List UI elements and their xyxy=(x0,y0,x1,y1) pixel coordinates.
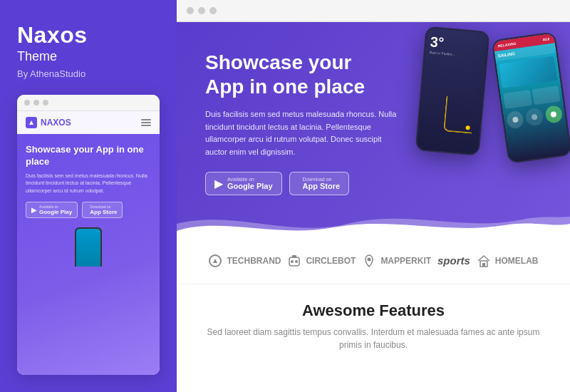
logo-homelab: HOMELAB xyxy=(477,254,539,268)
hero-wave xyxy=(177,202,570,238)
nav-icon-2 xyxy=(525,108,544,127)
app-store-button[interactable]: Download on App Store xyxy=(289,172,350,195)
sidebar: Naxos Theme By AthenaStudio NAXOS xyxy=(0,0,177,392)
google-play-icon: ▶ xyxy=(214,177,223,190)
svg-point-6 xyxy=(368,257,371,261)
mini-dot-3 xyxy=(43,100,48,105)
mini-google-play-button[interactable]: ▶ Available on Google Play xyxy=(26,202,78,218)
hero-description: Duis facilisis sem sed metus malesuada r… xyxy=(205,108,405,158)
mini-nav: NAXOS xyxy=(17,111,160,134)
hero-buttons: ▶ Available on Google Play Download on A… xyxy=(205,172,433,195)
logo-circlebot: CIRCLEBOT xyxy=(287,254,356,268)
mini-browser-preview: NAXOS Showcase your App in one place Dui… xyxy=(17,95,160,375)
nav-icon-1 xyxy=(506,110,524,130)
mini-hero-desc: Duis facilisis sem sed metus malesuada r… xyxy=(26,172,151,195)
google-play-button[interactable]: ▶ Available on Google Play xyxy=(205,172,282,195)
nav-icon-3 xyxy=(544,105,563,124)
mini-hero: Showcase your App in one place Duis faci… xyxy=(17,134,160,224)
mini-browser-bar xyxy=(17,95,160,111)
svg-point-5 xyxy=(295,260,298,263)
svg-rect-3 xyxy=(292,255,296,258)
hero-left: Showcase your App in one place Duis faci… xyxy=(205,51,433,195)
google-play-icon: ▶ xyxy=(31,206,37,214)
svg-point-4 xyxy=(291,260,294,263)
browser-chrome xyxy=(177,0,570,22)
mini-browser-content: NAXOS Showcase your App in one place Dui… xyxy=(17,111,160,375)
logo-mapperkit: MAPPERKIT xyxy=(362,254,431,268)
hero-phones: 3° Rain in Faulkn... xyxy=(428,29,556,154)
phone-card-main xyxy=(499,56,557,89)
features-section: Awesome Features Sed laoreet diam sagitt… xyxy=(177,284,570,368)
mini-hamburger-icon xyxy=(141,119,151,126)
features-description: Sed laoreet diam sagittis tempus convall… xyxy=(205,326,542,351)
phone-mockup-back: 3° Rain in Faulkn... xyxy=(415,26,490,156)
chrome-dot-1 xyxy=(187,7,194,14)
mini-dot-2 xyxy=(33,100,39,105)
logos-section: TECHBRAND CIRCLEBOT MAPPERKIT sp xyxy=(177,238,570,284)
features-title: Awesome Features xyxy=(205,301,542,320)
sidebar-by: By AthenaStudio xyxy=(17,68,160,79)
chrome-dot-3 xyxy=(209,7,217,14)
main-content: Showcase your App in one place Duis faci… xyxy=(177,0,570,392)
sidebar-title: Naxos xyxy=(17,23,160,48)
mini-phone-shape xyxy=(75,227,102,267)
chrome-dot-2 xyxy=(198,7,205,14)
svg-rect-8 xyxy=(482,263,485,267)
mini-nav-icon xyxy=(26,117,37,128)
mapperkit-icon xyxy=(362,254,376,268)
hero-title: Showcase your App in one place xyxy=(205,51,433,98)
mini-nav-logo: NAXOS xyxy=(26,117,71,128)
mini-dot-1 xyxy=(24,100,30,105)
mini-phone-screen xyxy=(76,229,100,267)
mini-hero-title: Showcase your App in one place xyxy=(26,144,151,168)
svg-marker-0 xyxy=(29,120,33,125)
homelab-icon xyxy=(477,254,491,268)
mini-buttons: ▶ Available on Google Play Download on A… xyxy=(26,202,151,218)
sidebar-subtitle: Theme xyxy=(17,49,160,64)
techbrand-icon xyxy=(208,254,222,268)
mini-phone-preview xyxy=(17,224,160,267)
circlebot-icon xyxy=(287,254,301,268)
mini-app-store-button[interactable]: Download on App Store xyxy=(82,202,123,218)
map-lines xyxy=(443,96,475,133)
hero-section: Showcase your App in one place Duis faci… xyxy=(177,22,570,238)
browser-page: Showcase your App in one place Duis faci… xyxy=(177,22,570,392)
logo-techbrand: TECHBRAND xyxy=(208,254,281,268)
logo-sports: sports xyxy=(437,254,470,267)
